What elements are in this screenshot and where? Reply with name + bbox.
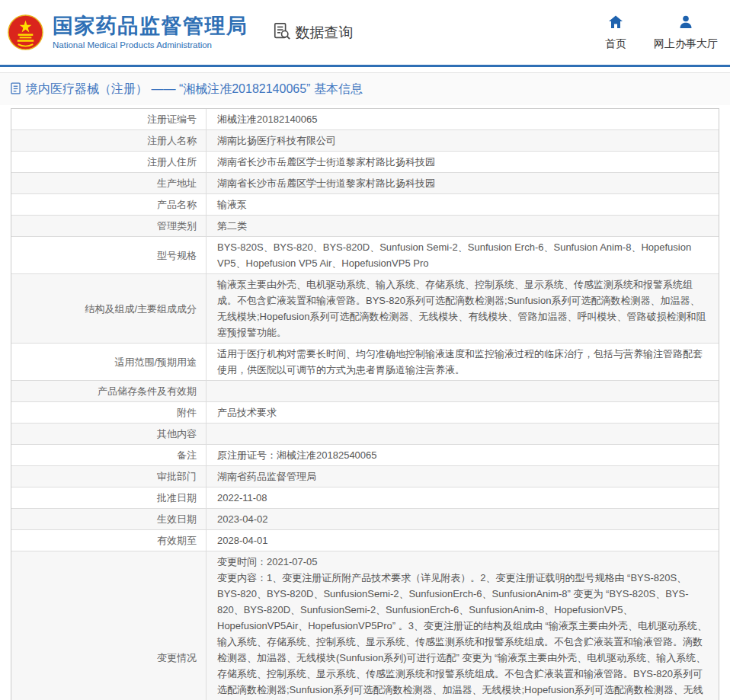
nav-service-hall-label: 网上办事大厅 bbox=[654, 37, 718, 51]
row-label: 批准日期 bbox=[11, 487, 207, 508]
table-row-product-name: 产品名称 输液泵 bbox=[11, 194, 719, 216]
nav-home[interactable]: 首页 bbox=[605, 14, 626, 51]
row-value: 适用于医疗机构对需要长时间、均匀准确地控制输液速度和监控输液过程的临床治疗，包括… bbox=[207, 344, 719, 380]
table-row-registrant-name: 注册人名称 湖南比扬医疗科技有限公司 bbox=[11, 130, 719, 152]
table-row-production-address: 生产地址 湖南省长沙市岳麓区学士街道黎家村路比扬科技园 bbox=[11, 173, 719, 194]
document-icon bbox=[11, 82, 21, 97]
nav-home-label: 首页 bbox=[605, 37, 626, 51]
row-value: 2028-04-01 bbox=[207, 530, 719, 551]
row-value bbox=[207, 381, 719, 401]
row-value: 湖南省药品监督管理局 bbox=[207, 466, 719, 487]
table-row-effective-date: 生效日期 2023-04-02 bbox=[11, 509, 719, 530]
row-label: 变更情况 bbox=[11, 551, 207, 700]
row-label: 注册证编号 bbox=[11, 109, 207, 129]
table-row-management-class: 管理类别 第二类 bbox=[11, 216, 719, 237]
table-row-cert-no: 注册证编号 湘械注准20182140065 bbox=[11, 109, 719, 130]
table-row-approval-department: 审批部门 湖南省药品监督管理局 bbox=[11, 466, 719, 487]
nav-service-hall[interactable]: 网上办事大厅 bbox=[654, 14, 718, 51]
table-row-approval-date: 批准日期 2022-11-08 bbox=[11, 487, 719, 509]
org-name-zh: 国家药品监督管理局 bbox=[53, 15, 248, 38]
row-value: 2023-04-02 bbox=[207, 509, 719, 529]
row-value bbox=[207, 424, 719, 444]
row-label: 产品名称 bbox=[11, 194, 207, 215]
data-query-label: 数据查询 bbox=[296, 23, 354, 43]
row-value: 输液泵 bbox=[207, 194, 719, 215]
row-label: 生产地址 bbox=[11, 173, 207, 193]
data-query-nav[interactable]: 数据查询 bbox=[273, 22, 354, 43]
org-names: 国家药品监督管理局 National Medical Products Admi… bbox=[53, 15, 248, 50]
page-title-bar: 境内医疗器械（注册） —— “湘械注准20182140065” 基本信息 bbox=[0, 72, 730, 105]
row-label: 备注 bbox=[11, 445, 207, 465]
org-name-en: National Medical Products Administration bbox=[53, 40, 248, 50]
row-label: 型号规格 bbox=[11, 237, 207, 273]
table-row-change-history: 变更情况 变更时间：2021-07-05 变更内容：1、变更注册证所附产品技术要… bbox=[11, 551, 719, 700]
row-label: 其他内容 bbox=[11, 424, 207, 444]
row-value: 湘械注准20182140065 bbox=[207, 109, 719, 129]
row-label: 结构及组成/主要组成成分 bbox=[11, 274, 207, 343]
row-value: 第二类 bbox=[207, 216, 719, 236]
row-value: 湖南省长沙市岳麓区学士街道黎家村路比扬科技园 bbox=[207, 173, 719, 193]
table-row-registrant-address: 注册人住所 湖南省长沙市岳麓区学士街道黎家村路比扬科技园 bbox=[11, 152, 719, 173]
table-row-other-content: 其他内容 bbox=[11, 424, 719, 445]
row-label: 注册人住所 bbox=[11, 152, 207, 172]
row-label: 注册人名称 bbox=[11, 130, 207, 151]
document-magnifier-icon bbox=[273, 22, 291, 43]
national-emblem-icon bbox=[8, 14, 43, 50]
header-nav: 首页 网上办事大厅 bbox=[605, 14, 730, 51]
row-label: 适用范围/预期用途 bbox=[11, 344, 207, 380]
page-title: 境内医疗器械（注册） —— “湘械注准20182140065” 基本信息 bbox=[26, 82, 363, 97]
table-row-expiry-date: 有效期至 2028-04-01 bbox=[11, 530, 719, 551]
row-label: 附件 bbox=[11, 402, 207, 423]
person-icon bbox=[678, 14, 693, 33]
row-value: BYS-820S、BYS-820、BYS-820D、Sunfusion Semi… bbox=[207, 237, 719, 273]
row-value: 变更时间：2021-07-05 变更内容：1、变更注册证所附产品技术要求（详见附… bbox=[207, 551, 719, 700]
registration-info-table: 注册证编号 湘械注准20182140065 注册人名称 湖南比扬医疗科技有限公司… bbox=[11, 108, 719, 700]
table-row-storage-validity: 产品储存条件及有效期 bbox=[11, 381, 719, 402]
row-value: 产品技术要求 bbox=[207, 402, 719, 423]
row-value: 原注册证号：湘械注准20182540065 bbox=[207, 445, 719, 465]
row-label: 产品储存条件及有效期 bbox=[11, 381, 207, 401]
row-label: 审批部门 bbox=[11, 466, 207, 487]
row-value: 输液泵主要由外壳、电机驱动系统、输入系统、存储系统、控制系统、显示系统、传感监测… bbox=[207, 274, 719, 343]
row-label: 有效期至 bbox=[11, 530, 207, 551]
row-label: 生效日期 bbox=[11, 509, 207, 529]
table-row-structure-composition: 结构及组成/主要组成成分 输液泵主要由外壳、电机驱动系统、输入系统、存储系统、控… bbox=[11, 274, 719, 344]
table-row-remarks: 备注 原注册证号：湘械注准20182540065 bbox=[11, 445, 719, 466]
home-icon bbox=[608, 14, 623, 33]
row-value: 2022-11-08 bbox=[207, 487, 719, 508]
table-row-intended-use: 适用范围/预期用途 适用于医疗机构对需要长时间、均匀准确地控制输液速度和监控输液… bbox=[11, 344, 719, 381]
row-value: 湖南省长沙市岳麓区学士街道黎家村路比扬科技园 bbox=[207, 152, 719, 172]
brand[interactable]: 国家药品监督管理局 National Medical Products Admi… bbox=[8, 14, 248, 50]
table-row-attachment: 附件 产品技术要求 bbox=[11, 402, 719, 424]
row-label: 管理类别 bbox=[11, 216, 207, 236]
table-row-model-spec: 型号规格 BYS-820S、BYS-820、BYS-820D、Sunfusion… bbox=[11, 237, 719, 274]
row-value: 湖南比扬医疗科技有限公司 bbox=[207, 130, 719, 151]
site-header: 国家药品监督管理局 National Medical Products Admi… bbox=[0, 0, 730, 67]
